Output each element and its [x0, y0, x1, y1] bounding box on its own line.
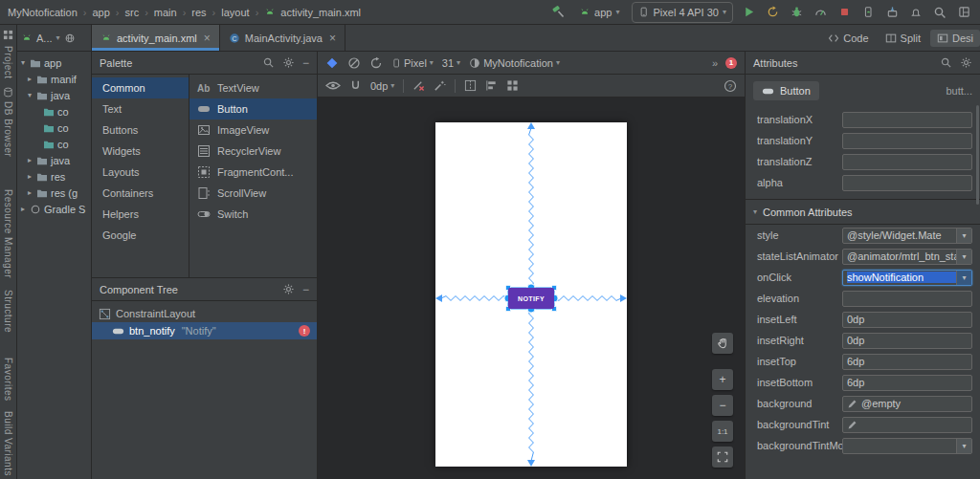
chevron-down-icon[interactable]: ▾	[956, 439, 971, 453]
backgroundTintMode-combo[interactable]: ▾	[842, 438, 972, 454]
category-text[interactable]: Text	[92, 98, 189, 120]
run-button[interactable]	[740, 4, 757, 21]
pencil-icon[interactable]	[847, 420, 858, 430]
guidelines-icon[interactable]	[464, 79, 477, 92]
pan-hand-icon[interactable]	[712, 333, 733, 354]
tool-window-resource-manager[interactable]: Resource Manager	[3, 189, 13, 278]
tree-item-manifests[interactable]: ▸ manif	[17, 71, 91, 87]
clear-constraints-icon[interactable]	[412, 79, 425, 92]
project-settings-icon[interactable]	[64, 33, 76, 44]
notifications-bell-icon[interactable]	[907, 4, 924, 21]
tree-item-res[interactable]: ▸ res	[17, 168, 91, 185]
overflow-icon[interactable]: »	[712, 57, 718, 69]
tab-mainactivity-java[interactable]: C MainActivity.java ×	[220, 25, 345, 51]
breadcrumb-main[interactable]: main	[154, 7, 177, 18]
tree-node-constraintlayout[interactable]: ConstraintLayout	[92, 305, 317, 322]
alpha-input[interactable]	[842, 175, 972, 191]
translationY-input[interactable]	[842, 133, 972, 149]
category-widgets[interactable]: Widgets	[92, 141, 189, 162]
api-level-dropdown[interactable]: 31 ▾	[442, 57, 460, 69]
component-textview[interactable]: Ab TextView	[189, 77, 317, 98]
orientation-icon[interactable]	[369, 56, 383, 70]
insetBottom-input[interactable]: 6dp	[842, 375, 972, 391]
autoconnect-magnet-icon[interactable]	[349, 79, 362, 92]
help-icon[interactable]: ?	[724, 79, 737, 93]
profiler-icon[interactable]	[812, 4, 829, 21]
component-recyclerview[interactable]: RecyclerView	[189, 141, 317, 162]
error-badge-icon[interactable]: !	[299, 325, 310, 337]
component-scrollview[interactable]: ScrollView	[189, 183, 317, 204]
search-icon[interactable]	[940, 56, 952, 69]
zoom-actual-button[interactable]: 1:1	[712, 421, 733, 442]
gear-icon[interactable]	[960, 56, 972, 69]
tree-item-gradle-scripts[interactable]: ▸ Gradle S	[17, 201, 91, 217]
insetLeft-input[interactable]: 0dp	[842, 312, 972, 328]
tree-node-btn-notify[interactable]: btn_notify "Notify" !	[92, 322, 317, 339]
project-view-selector[interactable]: A...	[36, 33, 53, 44]
translationZ-input[interactable]	[842, 154, 972, 170]
debug-icon[interactable]	[788, 4, 805, 21]
tree-item-package[interactable]: co	[17, 120, 91, 136]
tree-item-package[interactable]: co	[17, 103, 91, 120]
align-icon[interactable]	[485, 79, 498, 92]
zoom-fit-icon[interactable]	[712, 446, 733, 468]
chevron-down-icon[interactable]: ▾	[956, 229, 971, 243]
tool-window-grid-icon[interactable]	[3, 30, 13, 40]
onClick-combo[interactable]: showNotification ▾	[842, 270, 972, 286]
tool-window-build-variants[interactable]: Build Variants	[3, 411, 13, 476]
breadcrumb-file[interactable]: activity_main.xml	[280, 7, 361, 18]
common-attributes-section[interactable]: ▾ Common Attributes	[746, 199, 980, 225]
gear-icon[interactable]	[282, 283, 295, 295]
infer-constraints-wand-icon[interactable]	[434, 79, 446, 92]
elevation-input[interactable]	[842, 291, 972, 307]
hide-panel-icon[interactable]: −	[302, 56, 309, 70]
breadcrumb-app[interactable]: app	[92, 7, 109, 18]
category-layouts[interactable]: Layouts	[92, 162, 189, 183]
run-config-dropdown[interactable]: app ▾	[573, 3, 625, 22]
apply-changes-icon[interactable]	[764, 4, 781, 21]
tree-item-java[interactable]: ▾ java	[17, 87, 91, 103]
category-buttons[interactable]: Buttons	[92, 120, 189, 141]
device-size-dropdown[interactable]: Pixel ▾	[391, 57, 434, 69]
component-switch[interactable]: Switch	[189, 204, 317, 225]
component-fragmentcontainer[interactable]: FragmentCont...	[189, 162, 317, 183]
tool-window-structure[interactable]: Structure	[3, 290, 13, 333]
db-browser-icon[interactable]	[3, 87, 13, 98]
view-mode-code[interactable]: Code	[821, 30, 875, 47]
breadcrumb-layout[interactable]: layout	[221, 7, 249, 18]
tool-window-project[interactable]: Project	[3, 46, 13, 79]
component-imageview[interactable]: ImageView	[189, 120, 317, 141]
view-mode-split[interactable]: Split	[879, 30, 927, 47]
hide-panel-icon[interactable]: −	[302, 283, 309, 296]
stop-icon[interactable]	[835, 4, 853, 21]
category-google[interactable]: Google	[92, 225, 189, 246]
category-common[interactable]: Common	[92, 77, 189, 98]
gear-icon[interactable]	[282, 56, 295, 69]
search-everywhere-icon[interactable]	[931, 4, 948, 21]
translationX-input[interactable]	[842, 112, 972, 128]
scrollbar[interactable]	[976, 105, 979, 205]
category-containers[interactable]: Containers	[92, 183, 189, 204]
design-surface-icon[interactable]	[325, 56, 339, 70]
tool-window-favorites[interactable]: Favorites	[3, 358, 13, 402]
theme-dropdown[interactable]: MyNotofication ▾	[469, 57, 560, 69]
design-surface[interactable]: NOTIFY + −	[318, 98, 745, 479]
zoom-out-button[interactable]: −	[712, 395, 733, 416]
tree-item-java-generated[interactable]: ▸ java	[17, 152, 91, 168]
insetRight-input[interactable]: 0dp	[842, 333, 972, 349]
breadcrumb-src[interactable]: src	[124, 7, 139, 18]
build-hammer-icon[interactable]	[549, 4, 567, 21]
device-manager-icon[interactable]	[859, 4, 877, 21]
search-icon[interactable]	[262, 56, 275, 69]
view-options-eye-icon[interactable]	[325, 80, 341, 91]
close-icon[interactable]: ×	[329, 32, 336, 45]
background-input[interactable]: @empty	[842, 396, 972, 412]
backgroundTint-input[interactable]	[842, 417, 972, 433]
style-combo[interactable]: @style/Widget.Mate ▾	[842, 228, 972, 244]
sdk-manager-icon[interactable]	[883, 4, 901, 21]
category-helpers[interactable]: Helpers	[92, 204, 189, 225]
tree-item-package[interactable]: co	[17, 136, 91, 152]
selected-component-chip[interactable]: Button	[753, 81, 819, 100]
errors-badge[interactable]: 1	[725, 57, 737, 69]
blueprint-toggle-icon[interactable]	[347, 56, 361, 70]
